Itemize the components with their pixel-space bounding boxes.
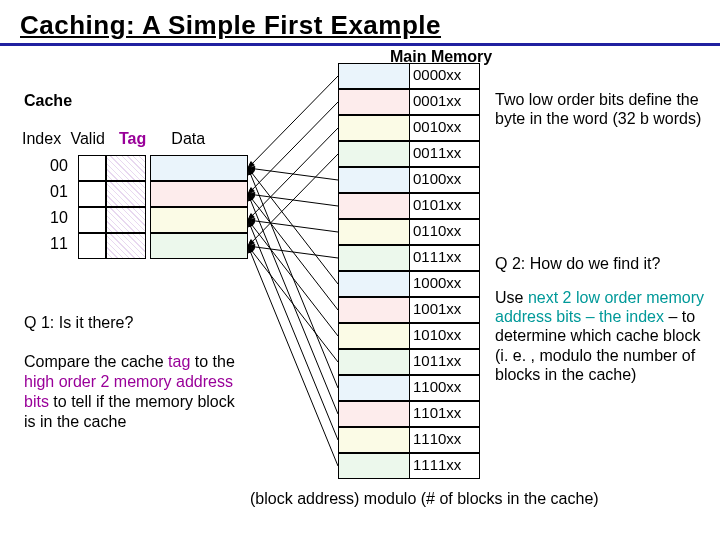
- memory-cell: [338, 219, 410, 245]
- svg-marker-11: [248, 192, 255, 197]
- answer-2: Use next 2 low order memory address bits…: [495, 288, 705, 384]
- memory-address: 0100xx: [410, 167, 480, 193]
- a1-p3: to tell if the memory block is in the ca…: [24, 393, 235, 430]
- memory-address: 1010xx: [410, 323, 480, 349]
- memory-row: 0010xx: [338, 115, 480, 141]
- tag-cell: [106, 181, 146, 207]
- svg-line-0: [248, 76, 338, 168]
- svg-line-24: [248, 168, 338, 388]
- svg-line-6: [248, 154, 338, 246]
- memory-address: 1100xx: [410, 375, 480, 401]
- svg-line-26: [248, 194, 338, 414]
- memory-address: 0001xx: [410, 89, 480, 115]
- memory-row: 1011xx: [338, 349, 480, 375]
- svg-line-2: [248, 102, 338, 194]
- memory-address: 0110xx: [410, 219, 480, 245]
- svg-marker-25: [248, 168, 253, 175]
- a2-pre: Use: [495, 289, 528, 306]
- memory-cell: [338, 323, 410, 349]
- memory-row: 0101xx: [338, 193, 480, 219]
- memory-address: 1111xx: [410, 453, 480, 479]
- svg-line-4: [248, 128, 338, 220]
- cache-index: 11: [50, 233, 78, 259]
- data-cell: [150, 155, 248, 181]
- memory-address: 0011xx: [410, 141, 480, 167]
- svg-marker-31: [248, 246, 253, 253]
- svg-marker-15: [248, 244, 255, 249]
- svg-marker-3: [248, 188, 254, 194]
- memory-address: 1101xx: [410, 401, 480, 427]
- memory-row: 1101xx: [338, 401, 480, 427]
- memory-row: 1111xx: [338, 453, 480, 479]
- memory-row: 1000xx: [338, 271, 480, 297]
- slide-title: Caching: A Simple First Example: [20, 10, 441, 40]
- valid-cell: [78, 207, 106, 233]
- memory-cell: [338, 245, 410, 271]
- memory-row: 1001xx: [338, 297, 480, 323]
- svg-line-30: [248, 246, 338, 466]
- memory-address: 0010xx: [410, 115, 480, 141]
- tag-cell: [106, 233, 146, 259]
- memory-row: 0001xx: [338, 89, 480, 115]
- svg-marker-23: [248, 246, 254, 253]
- svg-marker-7: [248, 240, 254, 246]
- svg-marker-21: [248, 220, 254, 227]
- memory-cell: [338, 401, 410, 427]
- memory-cell: [338, 167, 410, 193]
- memory-address: 0111xx: [410, 245, 480, 271]
- memory-address: 1110xx: [410, 427, 480, 453]
- cache-label: Cache: [24, 92, 72, 110]
- svg-marker-5: [248, 214, 254, 220]
- cache-column-headers: Index Valid Tag Data: [22, 130, 231, 148]
- hdr-index: Index: [22, 130, 66, 148]
- hdr-valid: Valid: [70, 130, 114, 148]
- tag-cell: [106, 155, 146, 181]
- svg-line-8: [248, 168, 338, 180]
- tag-cell: [106, 207, 146, 233]
- memory-address: 0000xx: [410, 63, 480, 89]
- memory-row: 0000xx: [338, 63, 480, 89]
- memory-address: 1011xx: [410, 349, 480, 375]
- cache-row: 00: [50, 155, 248, 181]
- svg-marker-9: [248, 166, 255, 171]
- a1-p1: Compare the cache: [24, 353, 168, 370]
- svg-line-16: [248, 168, 338, 284]
- svg-line-12: [248, 220, 338, 232]
- memory-address: 1001xx: [410, 297, 480, 323]
- valid-cell: [78, 155, 106, 181]
- svg-line-20: [248, 220, 338, 336]
- svg-line-10: [248, 194, 338, 206]
- data-cell: [150, 233, 248, 259]
- modulo-formula: (block address) modulo (# of blocks in t…: [250, 490, 599, 508]
- cache-index: 10: [50, 207, 78, 233]
- answer-1: Compare the cache tag to the high order …: [24, 352, 249, 432]
- svg-line-18: [248, 194, 338, 310]
- data-cell: [150, 207, 248, 233]
- memory-cell: [338, 141, 410, 167]
- data-cell: [150, 181, 248, 207]
- svg-marker-29: [248, 220, 253, 227]
- svg-line-22: [248, 246, 338, 362]
- question-2: Q 2: How do we find it?: [495, 254, 705, 273]
- memory-cell: [338, 349, 410, 375]
- cache-index: 01: [50, 181, 78, 207]
- a1-tag: tag: [168, 353, 190, 370]
- cache-table: 00011011: [50, 155, 248, 259]
- memory-row: 1100xx: [338, 375, 480, 401]
- memory-row: 0110xx: [338, 219, 480, 245]
- memory-row: 0100xx: [338, 167, 480, 193]
- memory-cell: [338, 193, 410, 219]
- hdr-tag: Tag: [119, 130, 149, 148]
- cache-index: 00: [50, 155, 78, 181]
- memory-row: 0111xx: [338, 245, 480, 271]
- svg-marker-13: [248, 218, 255, 223]
- memory-address: 1000xx: [410, 271, 480, 297]
- cache-row: 11: [50, 233, 248, 259]
- memory-row: 1110xx: [338, 427, 480, 453]
- svg-line-14: [248, 246, 338, 258]
- memory-cell: [338, 115, 410, 141]
- memory-cell: [338, 375, 410, 401]
- svg-marker-1: [248, 162, 254, 168]
- main-memory-table: 0000xx0001xx0010xx0011xx0100xx0101xx0110…: [338, 63, 480, 479]
- svg-line-28: [248, 220, 338, 440]
